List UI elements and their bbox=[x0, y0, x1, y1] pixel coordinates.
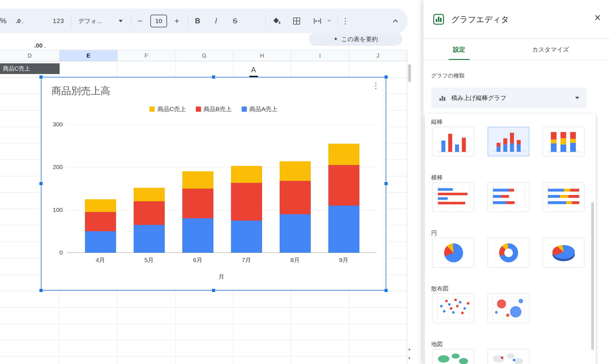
chart-type-thumb-geo-chart[interactable] bbox=[433, 349, 474, 364]
chart-x-axis-label: 8月 bbox=[271, 256, 319, 264]
column-chart-icon bbox=[439, 94, 446, 102]
bar-segment-商品B売上[interactable] bbox=[182, 189, 213, 219]
bar-segment-商品C売上[interactable] bbox=[134, 188, 165, 202]
bar-segment-商品A売上[interactable] bbox=[280, 214, 311, 253]
chart-type-thumb-100-stacked-column-chart[interactable] bbox=[543, 127, 584, 156]
legend-item[interactable]: 商品B売上 bbox=[196, 105, 232, 113]
bar-segment-商品A売上[interactable] bbox=[231, 221, 262, 253]
font-size-field[interactable]: 10 bbox=[150, 9, 167, 33]
sheet-vertical-scrollbar[interactable]: ▲ ▼ bbox=[407, 50, 412, 364]
font-family-value: デフォ... bbox=[78, 17, 102, 25]
chart-type-dropdown[interactable]: 積み上げ縦棒グラフ bbox=[431, 88, 587, 108]
chart-type-thumb-donut-chart[interactable] bbox=[488, 238, 529, 268]
chart-type-thumb-stacked-column-chart[interactable] bbox=[488, 127, 529, 156]
bar-segment-商品A売上[interactable] bbox=[134, 225, 165, 253]
gallery-section-地図: 地図 bbox=[431, 340, 596, 364]
chart-type-value: 積み上げ縦棒グラフ bbox=[451, 94, 506, 102]
bar-segment-商品A売上[interactable] bbox=[182, 218, 213, 253]
text-color-button[interactable]: A bbox=[43, 58, 465, 82]
chart-type-thumb-bubble-chart[interactable] bbox=[488, 293, 529, 323]
chart-y-axis-label: 100 bbox=[41, 206, 63, 213]
selection-handle-middle-right[interactable] bbox=[384, 182, 388, 185]
decrease-font-size-button[interactable]: − bbox=[137, 9, 143, 33]
summarize-table-button[interactable]: ✦ この表を要約 bbox=[309, 32, 402, 46]
formatting-toolbar: % .0← .00→ 123 デフォ... − 10 + B I S A ⋮ bbox=[0, 9, 408, 33]
google-sheets-window: % .0← .00→ 123 デフォ... − 10 + B I S A ⋮ ✦ bbox=[0, 0, 610, 364]
close-panel-button[interactable]: × bbox=[594, 12, 601, 23]
chart-options-menu[interactable]: ⋮ bbox=[372, 81, 380, 90]
stacked-bar-9月[interactable] bbox=[328, 144, 359, 253]
bar-segment-商品B売上[interactable] bbox=[134, 201, 165, 225]
legend-label: 商品A売上 bbox=[249, 105, 278, 113]
stacked-bar-4月[interactable] bbox=[85, 199, 116, 253]
column-chart-icon bbox=[433, 127, 474, 156]
chart-type-thumb-3d-pie-chart[interactable] bbox=[543, 238, 584, 268]
bar-segment-商品B売上[interactable] bbox=[328, 165, 359, 206]
toolbar-divider bbox=[131, 15, 131, 26]
chart-type-thumb-geo-marker-chart[interactable] bbox=[488, 349, 529, 364]
chart-type-thumb-bar-chart[interactable] bbox=[433, 182, 474, 212]
selection-handle-bottom-right[interactable] bbox=[384, 289, 388, 292]
bar-segment-商品A売上[interactable] bbox=[328, 206, 359, 253]
stacked-bar-6月[interactable] bbox=[182, 171, 213, 253]
font-family-dropdown[interactable]: デフォ... bbox=[77, 9, 124, 33]
stacked-bar-5月[interactable] bbox=[134, 188, 165, 253]
gallery-section-label: 地図 bbox=[431, 340, 596, 348]
selection-handle-bottom-left[interactable] bbox=[39, 289, 43, 292]
scroll-down-button[interactable]: ▼ bbox=[407, 354, 412, 362]
legend-item[interactable]: 商品C売上 bbox=[149, 105, 186, 113]
bar-segment-商品C売上[interactable] bbox=[280, 161, 311, 181]
chart-type-thumb-column-chart[interactable] bbox=[433, 127, 474, 156]
gallery-section-label: 円 bbox=[431, 229, 596, 237]
bar-segment-商品B売上[interactable] bbox=[280, 181, 311, 214]
gallery-section-label: 縦棒 bbox=[431, 118, 596, 126]
stacked-column-chart-icon bbox=[488, 127, 529, 156]
embedded-chart[interactable]: 商品別売上高 ⋮ 商品C売上商品B売上商品A売上 月 30020010004月5… bbox=[41, 77, 386, 291]
bar-segment-商品B売上[interactable] bbox=[231, 183, 262, 221]
bar-segment-商品C売上[interactable] bbox=[328, 144, 359, 165]
decrease-decimal-label: .0 bbox=[16, 18, 21, 24]
tab-setup[interactable]: 設定 bbox=[453, 39, 465, 60]
number-format-button[interactable]: 123 bbox=[53, 9, 64, 33]
geo-marker-chart-icon bbox=[488, 349, 529, 364]
more-toolbar-options-button[interactable]: ⋮ bbox=[342, 9, 349, 33]
stacked-bar-7月[interactable] bbox=[231, 166, 262, 253]
pie-icon bbox=[444, 243, 463, 262]
bold-button[interactable]: B bbox=[195, 9, 200, 33]
chart-x-axis-label: 4月 bbox=[76, 256, 125, 264]
chart-type-thumb-stacked-bar-chart[interactable] bbox=[488, 182, 529, 212]
merge-cells-button[interactable] bbox=[313, 9, 322, 33]
geo-chart-icon bbox=[433, 349, 474, 364]
chart-type-thumb-scatter-chart[interactable] bbox=[433, 293, 474, 323]
legend-item[interactable]: 商品A売上 bbox=[242, 105, 278, 113]
bar-segment-商品C売上[interactable] bbox=[231, 166, 262, 183]
strikethrough-button[interactable]: S bbox=[233, 9, 237, 33]
bar-segment-商品B売上[interactable] bbox=[85, 212, 116, 231]
bar-segment-商品C売上[interactable] bbox=[182, 171, 213, 188]
chevron-down-icon bbox=[119, 20, 123, 22]
scroll-up-button[interactable]: ▲ bbox=[407, 345, 412, 353]
italic-button[interactable]: I bbox=[215, 9, 217, 33]
chart-x-axis-title: 月 bbox=[67, 273, 376, 281]
chart-y-axis-label: 200 bbox=[41, 164, 63, 170]
selection-handle-middle-left[interactable] bbox=[39, 182, 43, 185]
stacked-bar-8月[interactable] bbox=[280, 161, 311, 253]
chart-type-thumb-pie-chart[interactable] bbox=[433, 238, 474, 268]
merge-cells-dropdown[interactable] bbox=[327, 9, 331, 33]
chart-type-gallery: 縦棒横棒円散布図地図 bbox=[425, 113, 596, 364]
borders-button[interactable] bbox=[292, 9, 301, 33]
chevron-down-icon bbox=[327, 20, 331, 22]
bar-segment-商品A売上[interactable] bbox=[85, 231, 116, 253]
collapse-toolbar-button[interactable] bbox=[391, 9, 400, 33]
gallery-scrollbar-thumb[interactable] bbox=[591, 202, 594, 350]
tab-customize[interactable]: カスタマイズ bbox=[532, 39, 569, 60]
arrow-right-icon: → bbox=[43, 45, 47, 49]
increase-font-size-button[interactable]: + bbox=[175, 9, 179, 33]
fill-color-button[interactable] bbox=[272, 9, 281, 33]
selection-handle-bottom-middle[interactable] bbox=[212, 289, 215, 292]
chart-x-axis-labels: 4月5月6月7月8月9月 bbox=[76, 256, 368, 264]
bar-segment-商品C売上[interactable] bbox=[85, 199, 116, 212]
donut-icon bbox=[499, 243, 518, 262]
increase-decimal-button[interactable]: .00→ bbox=[0, 33, 251, 58]
chart-type-thumb-100-stacked-bar-chart[interactable] bbox=[543, 182, 584, 212]
